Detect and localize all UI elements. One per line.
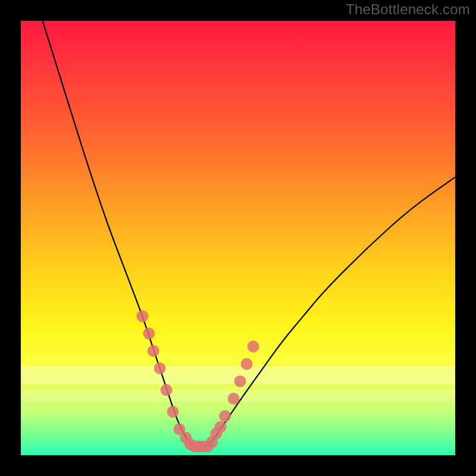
chart-frame: TheBottleneck.com bbox=[0, 0, 476, 476]
bottleneck-curve bbox=[43, 21, 456, 446]
marker-dot bbox=[136, 310, 148, 322]
curve-layer bbox=[21, 21, 455, 455]
marker-dot bbox=[167, 406, 179, 418]
marker-dot bbox=[148, 345, 159, 357]
marker-dot bbox=[154, 362, 166, 374]
marker-group bbox=[136, 310, 259, 452]
marker-dot bbox=[228, 393, 240, 405]
marker-dot bbox=[215, 421, 227, 433]
marker-dot bbox=[161, 384, 173, 396]
marker-dot bbox=[234, 375, 246, 387]
marker-dot bbox=[248, 341, 259, 353]
plot-area bbox=[21, 21, 455, 455]
watermark-text: TheBottleneck.com bbox=[346, 1, 470, 18]
marker-dot bbox=[219, 410, 231, 422]
marker-dot bbox=[241, 358, 253, 370]
marker-dot bbox=[143, 328, 155, 340]
